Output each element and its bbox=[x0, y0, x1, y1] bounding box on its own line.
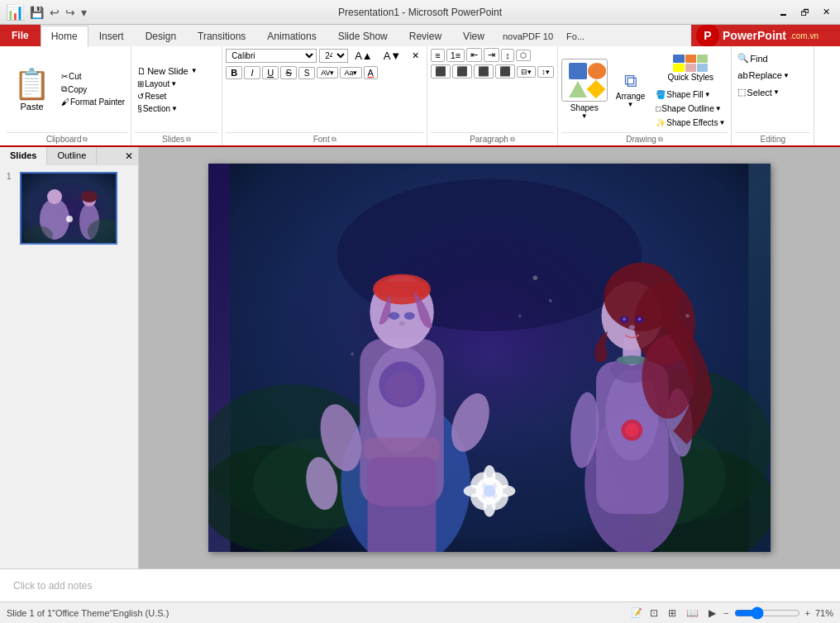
editing-group-body: 🔍 Find ab Replace ▼ ⬚ Select ▼ bbox=[735, 48, 810, 131]
select-button[interactable]: ⬚ Select ▼ bbox=[735, 85, 782, 99]
shape-effects-dropdown-icon[interactable]: ▼ bbox=[718, 119, 725, 126]
decrease-indent-button[interactable]: ⇤ bbox=[466, 48, 482, 62]
svg-rect-30 bbox=[375, 282, 429, 297]
layout-dropdown-icon[interactable]: ▼ bbox=[170, 80, 177, 88]
shapes-button[interactable]: Shapes ▼ bbox=[561, 48, 608, 131]
bold-button[interactable]: B bbox=[226, 66, 242, 79]
bullets-button[interactable]: ≡ bbox=[431, 49, 444, 62]
slide-info: Slide 1 of 1 bbox=[7, 608, 52, 618]
slideshow-button[interactable]: ▶ bbox=[706, 606, 718, 620]
svg-point-2 bbox=[47, 189, 62, 204]
slide-1-container: 1 bbox=[7, 172, 131, 245]
section-dropdown-icon[interactable]: ▼ bbox=[171, 105, 178, 112]
font-color-button[interactable]: A bbox=[364, 66, 378, 79]
tab-slides[interactable]: Slides bbox=[0, 147, 47, 165]
section-button[interactable]: § Section ▼ bbox=[135, 102, 218, 115]
tab-outline[interactable]: Outline bbox=[47, 147, 97, 165]
arrange-button[interactable]: ⧉ Arrange ▼ bbox=[611, 48, 651, 131]
tab-home[interactable]: Home bbox=[41, 26, 88, 47]
replace-dropdown-icon[interactable]: ▼ bbox=[783, 72, 790, 79]
arrange-dropdown-icon[interactable]: ▼ bbox=[628, 101, 634, 108]
restore-button[interactable]: 🗗 bbox=[794, 2, 815, 23]
zoom-slider[interactable] bbox=[734, 606, 800, 620]
find-button[interactable]: 🔍 Find bbox=[735, 51, 770, 65]
customize-quick-access-button[interactable]: ▾ bbox=[79, 4, 89, 21]
tab-file[interactable]: File bbox=[0, 25, 41, 46]
minimize-button[interactable]: 🗕 bbox=[772, 2, 794, 23]
shape-effects-button[interactable]: ✨ Shape Effects ▼ bbox=[653, 117, 728, 129]
select-dropdown-icon[interactable]: ▼ bbox=[773, 88, 780, 96]
notes-bar[interactable]: Click to add notes bbox=[0, 568, 840, 602]
shapes-dropdown-icon[interactable]: ▼ bbox=[581, 112, 588, 120]
clear-formatting-button[interactable]: ✕ bbox=[408, 49, 423, 63]
save-quick-button[interactable]: 💾 bbox=[27, 4, 46, 21]
new-slide-button[interactable]: 🗋 New Slide ▼ bbox=[135, 64, 218, 78]
clipboard-expand-button[interactable]: ⧉ bbox=[83, 136, 88, 144]
tab-slideshow[interactable]: Slide Show bbox=[327, 25, 399, 46]
cut-icon: ✂ bbox=[61, 72, 68, 81]
tab-novapdf[interactable]: novaPDF 10 bbox=[495, 25, 561, 46]
redo-button[interactable]: ↪ bbox=[63, 4, 78, 21]
slide-sorter-button[interactable]: ⊞ bbox=[666, 606, 679, 620]
underline-button[interactable]: U bbox=[262, 66, 279, 79]
normal-view-button[interactable]: ⊡ bbox=[647, 606, 661, 620]
line-spacing-button[interactable]: ↕▾ bbox=[537, 66, 554, 78]
svg-point-63 bbox=[629, 325, 635, 330]
slides-expand-button[interactable]: ⧉ bbox=[186, 136, 191, 144]
zoom-level: 71% bbox=[815, 608, 833, 618]
italic-button[interactable]: I bbox=[244, 66, 260, 79]
replace-button[interactable]: ab Replace ▼ bbox=[735, 69, 792, 82]
shape-outline-dropdown-icon[interactable]: ▼ bbox=[715, 105, 722, 112]
font-group: Calibri 24 A▲ A▼ ✕ B I U S S AV▾ Aa▾ bbox=[222, 46, 427, 145]
new-slide-dropdown-icon[interactable]: ▼ bbox=[191, 67, 198, 74]
char-spacing-button[interactable]: AV▾ bbox=[317, 67, 338, 78]
zoom-in-button[interactable]: + bbox=[805, 608, 810, 618]
font-grow-button[interactable]: A▲ bbox=[351, 48, 377, 64]
change-case-button[interactable]: Aa▾ bbox=[340, 67, 361, 78]
tab-view[interactable]: View bbox=[452, 25, 495, 46]
tab-transitions[interactable]: Transitions bbox=[187, 25, 256, 46]
panel-close-button[interactable]: ✕ bbox=[120, 147, 138, 165]
strikethrough-button[interactable]: S bbox=[280, 66, 297, 79]
zoom-out-button[interactable]: − bbox=[723, 608, 728, 618]
numbering-button[interactable]: 1≡ bbox=[446, 49, 465, 62]
paste-button[interactable]: 📋 Paste bbox=[7, 64, 57, 115]
tab-insert[interactable]: Insert bbox=[88, 25, 135, 46]
slide-1-thumbnail[interactable] bbox=[20, 172, 117, 245]
shape-fill-button[interactable]: 🪣 Shape Fill ▼ bbox=[653, 88, 728, 101]
cut-button[interactable]: ✂ Cut bbox=[59, 70, 127, 83]
text-direction-button[interactable]: ↕ bbox=[501, 49, 514, 62]
text-shadow-button[interactable]: S bbox=[298, 67, 315, 79]
copy-button[interactable]: ⧉ Copy bbox=[59, 83, 127, 96]
font-size-select[interactable]: 24 bbox=[319, 49, 348, 63]
convert-smartart-button[interactable]: ⬡ bbox=[516, 50, 531, 61]
align-right-button[interactable]: ⬛ bbox=[474, 64, 494, 78]
font-shrink-button[interactable]: A▼ bbox=[379, 48, 406, 64]
font-name-select[interactable]: Calibri bbox=[226, 49, 317, 63]
tab-review[interactable]: Review bbox=[399, 25, 452, 46]
center-button[interactable]: ⬛ bbox=[452, 64, 472, 78]
tab-fo[interactable]: Fo... bbox=[561, 25, 590, 46]
quick-styles-button[interactable]: Quick Styles bbox=[653, 50, 728, 87]
font-expand-button[interactable]: ⧉ bbox=[332, 136, 336, 144]
copy-icon: ⧉ bbox=[61, 84, 67, 94]
increase-indent-button[interactable]: ⇥ bbox=[484, 48, 499, 62]
shape-outline-button[interactable]: □ Shape Outline ▼ bbox=[653, 102, 728, 115]
tab-animations[interactable]: Animations bbox=[256, 25, 327, 46]
format-painter-button[interactable]: 🖌 Format Painter bbox=[59, 96, 127, 108]
tab-design[interactable]: Design bbox=[135, 25, 187, 46]
drawing-expand-button[interactable]: ⧉ bbox=[658, 136, 663, 144]
shape-fill-dropdown-icon[interactable]: ▼ bbox=[704, 91, 711, 98]
close-button[interactable]: ✕ bbox=[815, 2, 837, 23]
svg-point-8 bbox=[66, 216, 73, 222]
justify-button[interactable]: ⬛ bbox=[495, 64, 515, 78]
slide-canvas[interactable] bbox=[208, 164, 771, 552]
layout-button[interactable]: ⊞ Layout ▼ bbox=[135, 78, 218, 90]
reset-button[interactable]: ↺ Reset bbox=[135, 90, 218, 102]
align-left-button[interactable]: ⬛ bbox=[431, 64, 451, 78]
columns-button[interactable]: ⊟▾ bbox=[517, 66, 536, 78]
work-area: Slides Outline ✕ 1 bbox=[0, 147, 840, 568]
undo-button[interactable]: ↩ bbox=[47, 4, 62, 21]
reading-view-button[interactable]: 📖 bbox=[684, 606, 701, 620]
paragraph-expand-button[interactable]: ⧉ bbox=[510, 136, 515, 144]
